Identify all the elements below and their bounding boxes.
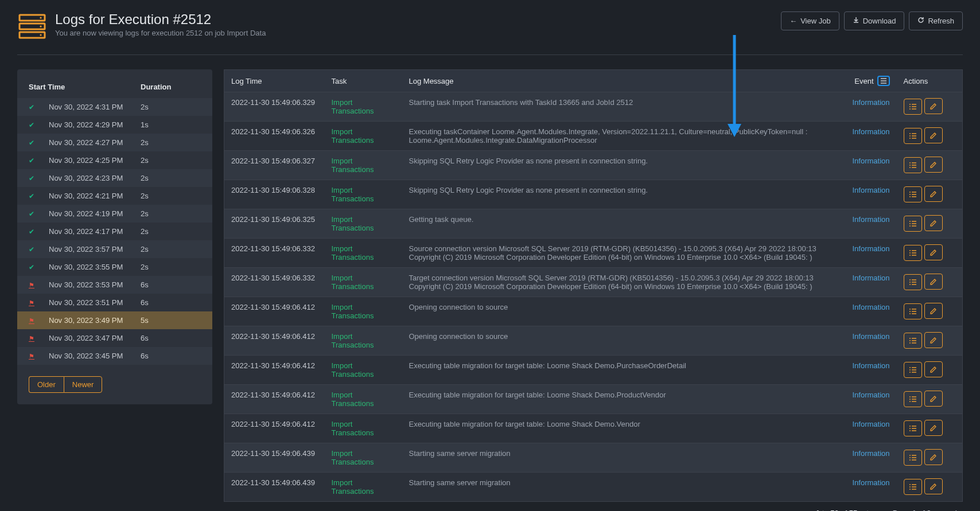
edit-button[interactable] — [924, 215, 943, 231]
execution-row[interactable]: ✔Nov 30, 2022 4:23 PM2s — [17, 169, 212, 187]
view-details-button[interactable] — [904, 128, 922, 144]
task-link[interactable]: Import Transactions — [332, 361, 374, 379]
execution-time: Nov 30, 2022 4:25 PM — [49, 156, 141, 165]
edit-button[interactable] — [924, 186, 943, 202]
page-prev-button[interactable]: ◂ — [881, 509, 885, 511]
view-details-button[interactable] — [904, 274, 922, 290]
view-details-button[interactable] — [904, 303, 922, 319]
execution-row[interactable]: ✔Nov 30, 2022 3:57 PM2s — [17, 240, 212, 258]
execution-time: Nov 30, 2022 3:51 PM — [49, 298, 141, 307]
execution-duration: 2s — [141, 103, 149, 111]
task-link[interactable]: Import Transactions — [332, 127, 374, 145]
newer-button[interactable]: Newer — [64, 376, 103, 393]
log-time: 2022-11-30 15:49:06.439 — [224, 443, 325, 473]
execution-row[interactable]: ⚑Nov 30, 2022 3:51 PM6s — [17, 294, 212, 311]
execution-time: Nov 30, 2022 4:27 PM — [49, 138, 141, 147]
view-details-button[interactable] — [904, 245, 922, 261]
page-subtitle: You are now viewing logs for execution 2… — [55, 29, 266, 37]
event-link[interactable]: Information — [852, 449, 889, 458]
task-link[interactable]: Import Transactions — [332, 244, 374, 262]
event-link[interactable]: Information — [852, 244, 889, 253]
event-link[interactable]: Information — [852, 215, 889, 224]
execution-row[interactable]: ✔Nov 30, 2022 4:21 PM2s — [17, 187, 212, 205]
log-time: 2022-11-30 15:49:06.439 — [224, 473, 325, 502]
view-job-button[interactable]: ← View Job — [781, 11, 839, 30]
event-link[interactable]: Information — [852, 303, 889, 311]
execution-row[interactable]: ⚑Nov 30, 2022 3:45 PM6s — [17, 347, 212, 365]
view-details-button[interactable] — [904, 333, 922, 349]
edit-button[interactable] — [924, 157, 943, 173]
execution-row[interactable]: ⚑Nov 30, 2022 3:47 PM6s — [17, 329, 212, 347]
older-button[interactable]: Older — [29, 376, 64, 393]
execution-duration: 2s — [141, 209, 149, 218]
edit-button[interactable] — [924, 274, 943, 290]
event-link[interactable]: Information — [852, 157, 889, 165]
view-details-button[interactable] — [904, 391, 922, 407]
edit-button[interactable] — [924, 361, 943, 377]
execution-row[interactable]: ✔Nov 30, 2022 4:17 PM2s — [17, 223, 212, 240]
edit-button[interactable] — [924, 127, 943, 143]
edit-button[interactable] — [924, 244, 943, 260]
log-time: 2022-11-30 15:49:06.328 — [224, 180, 325, 209]
edit-button[interactable] — [924, 303, 943, 319]
page-next-button[interactable]: ▸ — [939, 509, 943, 511]
log-message: Executing table migration for target tab… — [402, 414, 846, 443]
task-link[interactable]: Import Transactions — [332, 478, 374, 496]
view-details-button[interactable] — [904, 420, 922, 436]
execution-row[interactable]: ⚑Nov 30, 2022 3:49 PM5s — [17, 311, 212, 329]
execution-row[interactable]: ✔Nov 30, 2022 4:27 PM2s — [17, 134, 212, 151]
view-details-button[interactable] — [904, 186, 922, 202]
event-link[interactable]: Information — [852, 127, 889, 136]
task-link[interactable]: Import Transactions — [332, 303, 374, 320]
task-link[interactable]: Import Transactions — [332, 420, 374, 437]
execution-row[interactable]: ✔Nov 30, 2022 4:25 PM2s — [17, 151, 212, 169]
edit-button[interactable] — [924, 391, 943, 407]
event-link[interactable]: Information — [852, 274, 889, 282]
th-event[interactable]: Event — [845, 70, 896, 92]
task-link[interactable]: Import Transactions — [332, 157, 374, 174]
view-details-button[interactable] — [904, 157, 922, 173]
task-link[interactable]: Import Transactions — [332, 215, 374, 232]
download-button[interactable]: Download — [844, 11, 905, 30]
execution-row[interactable]: ✔Nov 30, 2022 4:19 PM2s — [17, 205, 212, 223]
th-logtime[interactable]: Log Time — [224, 70, 325, 92]
edit-button[interactable] — [924, 449, 943, 465]
th-message[interactable]: Log Message — [402, 70, 846, 92]
edit-button[interactable] — [924, 478, 943, 494]
event-link[interactable]: Information — [852, 186, 889, 194]
view-details-button[interactable] — [904, 479, 922, 495]
execution-duration: 2s — [141, 227, 149, 236]
task-link[interactable]: Import Transactions — [332, 332, 374, 349]
event-link[interactable]: Information — [852, 420, 889, 428]
task-link[interactable]: Import Transactions — [332, 98, 374, 115]
log-row: 2022-11-30 15:49:06.439Import Transactio… — [224, 443, 963, 473]
execution-row[interactable]: ✔Nov 30, 2022 4:31 PM2s — [17, 98, 212, 116]
event-link[interactable]: Information — [852, 332, 889, 341]
execution-row[interactable]: ✔Nov 30, 2022 3:55 PM2s — [17, 258, 212, 276]
view-details-button[interactable] — [904, 216, 922, 232]
view-details-button[interactable] — [904, 99, 922, 115]
view-details-button[interactable] — [904, 450, 922, 466]
th-task[interactable]: Task — [325, 70, 402, 92]
task-link[interactable]: Import Transactions — [332, 274, 374, 291]
execution-row[interactable]: ✔Nov 30, 2022 4:29 PM1s — [17, 116, 212, 134]
edit-button[interactable] — [924, 420, 943, 436]
task-link[interactable]: Import Transactions — [332, 186, 374, 203]
event-link[interactable]: Information — [852, 478, 889, 487]
execution-time: Nov 30, 2022 3:49 PM — [49, 316, 141, 325]
edit-button[interactable] — [924, 98, 943, 114]
page-last-button[interactable]: ▸I — [951, 509, 957, 511]
column-menu-icon[interactable] — [877, 76, 890, 86]
execution-row[interactable]: ⚑Nov 30, 2022 3:53 PM6s — [17, 276, 212, 294]
event-link[interactable]: Information — [852, 361, 889, 370]
task-link[interactable]: Import Transactions — [332, 449, 374, 466]
task-link[interactable]: Import Transactions — [332, 391, 374, 408]
refresh-button[interactable]: Refresh — [909, 11, 963, 30]
log-message: Opening connection to source — [402, 326, 846, 356]
event-link[interactable]: Information — [852, 98, 889, 107]
edit-button[interactable] — [924, 332, 943, 348]
event-link[interactable]: Information — [852, 391, 889, 399]
page-first-button[interactable]: I◂ — [866, 509, 873, 511]
view-details-button[interactable] — [904, 362, 922, 378]
log-row: 2022-11-30 15:49:06.412Import Transactio… — [224, 356, 963, 385]
